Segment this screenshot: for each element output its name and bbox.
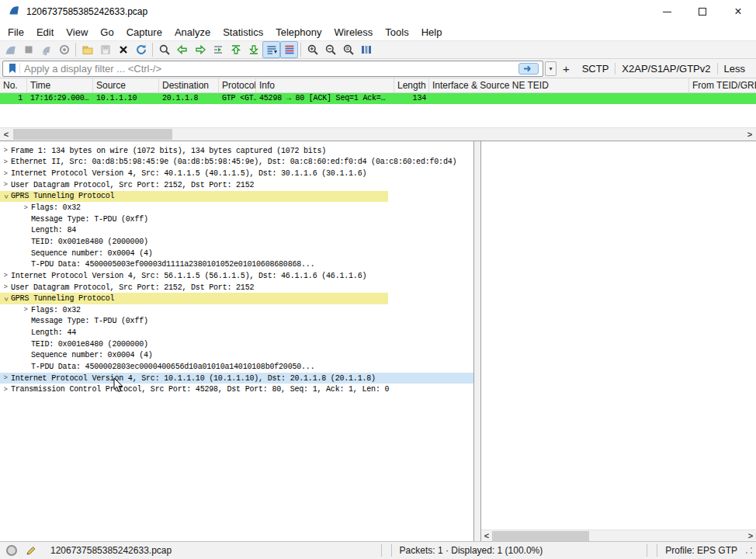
go-last-button[interactable] [244,41,262,58]
detail-line[interactable]: Length: 84 [0,224,473,236]
expander-icon[interactable] [0,181,11,189]
packet-list-hscrollbar[interactable]: < > [0,127,756,141]
detail-line[interactable]: User Datagram Protocol, Src Port: 2152, … [0,282,473,293]
column-header-info[interactable]: Info [256,78,394,92]
zoom-reset-button[interactable] [339,41,357,58]
menu-item[interactable]: Analyze [168,25,217,40]
reload-file-button[interactable] [132,41,150,58]
column-header-protocol[interactable]: Protocol [219,78,256,92]
column-header-interface-teid[interactable]: Interface & Source NE TEID [429,78,689,92]
detail-line[interactable]: Internet Protocol Version 4, Src: 10.1.1… [0,373,473,384]
hex-hscrollbar[interactable]: < > [481,529,756,541]
detail-line[interactable]: GPRS Tunneling Protocol [0,191,473,203]
maximize-button[interactable] [685,0,720,23]
expander-icon[interactable] [0,374,11,382]
column-header-no[interactable]: No. [0,78,27,92]
menu-item[interactable]: Go [94,25,120,40]
resize-columns-button[interactable] [357,41,375,58]
menu-item[interactable]: Tools [379,25,414,40]
detail-line[interactable]: Sequence number: 0x0004 (4) [0,350,473,362]
close-file-button[interactable] [114,41,132,58]
menu-item[interactable]: Capture [120,25,168,40]
capture-comment-icon[interactable] [25,545,36,557]
detail-line[interactable]: Ethernet II, Src: 0a:d8:b5:98:45:9e (0a:… [0,157,473,168]
stop-capture-button[interactable] [19,41,37,58]
packet-row-1[interactable]: 1 17:16:29.000… 10.1.1.10 20.1.1.8 GTP <… [0,93,756,104]
go-next-button[interactable] [191,41,209,58]
menu-item[interactable]: Wireless [328,25,379,40]
colorize-button[interactable] [280,41,298,58]
column-header-source[interactable]: Source [93,78,159,92]
detail-line[interactable]: TEID: 0x001e8480 (2000000) [0,236,473,248]
detail-line[interactable]: T-PDU Data: 4500002803ec0000400656d10a01… [0,361,473,373]
hex-row[interactable]: 0030 84 80 00 04 00 00 45 00 00 50 03 ef… [481,175,756,186]
detail-line[interactable]: GPRS Tunneling Protocol [0,293,473,304]
hex-row[interactable]: 0050 ee f9 32 ff 00 2c 00 1e 84 80 00 04… [481,196,756,206]
scrollbar-thumb[interactable] [13,129,172,140]
minimize-button[interactable] [649,0,685,23]
scroll-right-icon[interactable]: > [745,530,756,541]
hex-row[interactable]: 0000 0a c8 60 ed f0 d4 0a d8 b5 98 45 9e… [481,146,756,156]
menu-item[interactable]: Edit [30,25,60,40]
hex-row[interactable]: 0080 80 00 55 08 00 00 ·· [481,225,756,235]
menu-item[interactable]: Help [415,25,449,40]
detail-line[interactable]: Sequence number: 0x0004 (4) [0,248,473,259]
auto-scroll-button[interactable] [262,41,280,58]
filter-shortcut-button[interactable]: Less [717,63,751,75]
detail-line[interactable]: Message Type: T-PDU (0xff) [0,316,473,328]
display-filter-input[interactable]: Apply a display filter ... <Ctrl-/> [2,61,543,77]
expander-icon[interactable] [20,204,31,212]
expander-icon[interactable] [0,193,11,200]
menu-item[interactable]: File [2,25,30,40]
detail-line[interactable]: T-PDU Data: 4500005003ef00003d1111a23801… [0,259,473,270]
expert-info-icon[interactable] [6,545,17,556]
hex-row[interactable]: 0010 00 78 03 ef 00 00 3d 11 31 7a 28 01… [481,156,756,166]
column-header-length[interactable]: Length [394,78,429,92]
column-header-destination[interactable]: Destination [159,78,219,92]
hex-row[interactable]: 0020 01 06 08 68 08 68 00 64 56 ae 32 ff… [481,166,756,176]
filter-history-dropdown[interactable]: ▾ [545,61,557,76]
restart-capture-button[interactable] [37,41,55,58]
expander-icon[interactable] [0,170,11,178]
save-file-button[interactable] [96,41,114,58]
resize-grip[interactable] [745,547,753,554]
close-button[interactable]: × [720,0,756,23]
detail-line[interactable]: Message Type: T-PDU (0xff) [0,214,473,225]
detail-line[interactable]: Flags: 0x32 [0,202,473,214]
hex-row[interactable]: 0070 01 08 b0 f2 00 50 90 a7 63 ec 90 a3… [481,216,756,226]
find-packet-button[interactable] [155,41,173,58]
add-filter-button[interactable]: + [557,62,576,75]
go-to-packet-button[interactable] [209,41,227,58]
bookmark-icon[interactable] [5,63,20,74]
start-capture-button[interactable] [2,41,19,58]
menu-item[interactable]: View [60,25,94,40]
detail-line[interactable]: Flags: 0x32 [0,304,473,316]
apply-filter-button[interactable] [518,63,539,75]
filter-shortcut-button[interactable]: X2AP/S1AP/GTPv2 [615,63,716,75]
go-first-button[interactable] [227,41,244,58]
expander-icon[interactable] [0,283,11,291]
capture-options-button[interactable] [55,41,73,58]
hex-row[interactable]: 0060 00 28 03 ec 00 00 40 06 56 d1 0a 01… [481,206,756,216]
menu-item[interactable]: Telephony [269,25,328,40]
menu-item[interactable]: Statistics [217,25,269,40]
expander-icon[interactable] [0,386,11,394]
hex-row[interactable]: 0040 11 a2 38 01 01 05 2e 01 01 06 08 68… [481,186,756,196]
detail-line[interactable]: User Datagram Protocol, Src Port: 2152, … [0,179,473,191]
filter-shortcut-button[interactable]: SCTP [576,63,616,75]
open-file-button[interactable] [78,41,96,58]
detail-line[interactable]: Length: 44 [0,327,473,339]
zoom-in-button[interactable] [303,41,321,58]
detail-line[interactable]: Internet Protocol Version 4, Src: 56.1.1… [0,270,473,282]
expander-icon[interactable] [0,147,11,155]
zoom-out-button[interactable] [321,41,339,58]
expander-icon[interactable] [20,306,31,314]
detail-line[interactable]: TEID: 0x001e8480 (2000000) [0,339,473,350]
expander-icon[interactable] [0,158,11,166]
detail-line[interactable]: Frame 1: 134 bytes on wire (1072 bits), … [0,145,473,157]
status-profile[interactable]: Profile: EPS GTP [659,545,744,556]
detail-line[interactable]: Internet Protocol Version 4, Src: 40.1.1… [0,168,473,179]
column-header-time[interactable]: Time [27,78,93,92]
scrollbar-thumb[interactable] [492,531,589,541]
expander-icon[interactable] [0,295,11,303]
